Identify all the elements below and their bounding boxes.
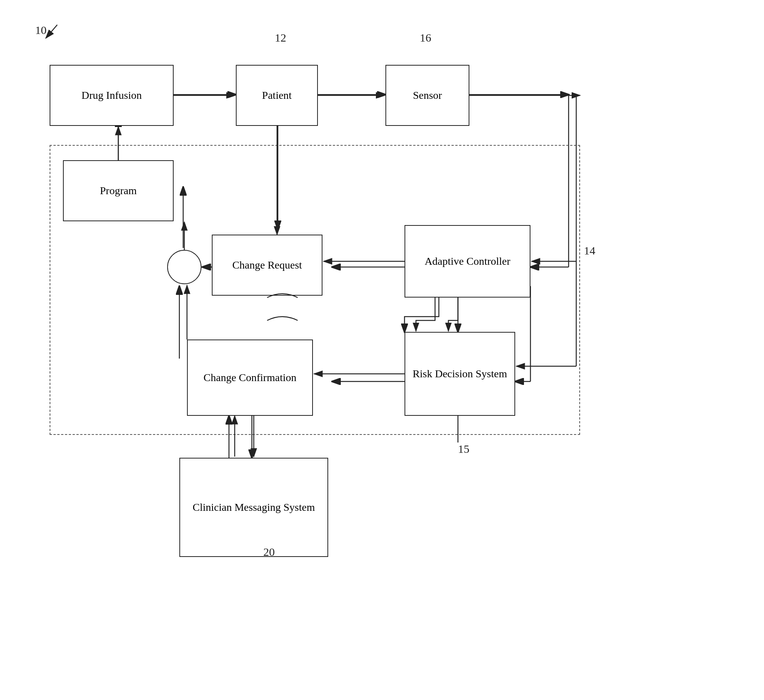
- change-request-box: Change Request: [212, 235, 322, 296]
- sensor-label: Sensor: [413, 89, 442, 102]
- clinician-messaging-system-label: Clinician Messaging System: [193, 500, 315, 514]
- patient-label: Patient: [262, 89, 292, 102]
- clinician-messaging-system-box: Clinician Messaging System: [179, 458, 328, 557]
- risk-decision-system-box: Risk Decision System: [405, 332, 515, 416]
- risk-decision-system-label: Risk Decision System: [413, 367, 507, 381]
- change-confirmation-box: Change Confirmation: [187, 340, 313, 416]
- svg-line-18: [46, 25, 57, 38]
- program-label: Program: [100, 184, 137, 198]
- ref-16-label: 16: [420, 31, 431, 44]
- diagram: 10 12 14 15 16 Drug Infusion Patient Sen…: [0, 0, 764, 700]
- summing-junction: [167, 250, 201, 284]
- ref-12-label: 12: [275, 31, 286, 44]
- ref-15-label: 15: [458, 443, 469, 455]
- ref-10-arrow: [38, 21, 69, 44]
- program-box: Program: [63, 160, 174, 221]
- drug-infusion-box: Drug Infusion: [50, 65, 174, 126]
- ref-20-label: 20: [263, 546, 275, 558]
- adaptive-controller-box: Adaptive Controller: [405, 225, 530, 298]
- change-confirmation-label: Change Confirmation: [203, 371, 296, 385]
- drug-infusion-label: Drug Infusion: [82, 89, 142, 102]
- sensor-box: Sensor: [385, 65, 469, 126]
- change-request-label: Change Request: [232, 258, 302, 272]
- ref-14-label: 14: [584, 244, 595, 257]
- patient-box: Patient: [236, 65, 318, 126]
- adaptive-controller-label: Adaptive Controller: [425, 254, 511, 268]
